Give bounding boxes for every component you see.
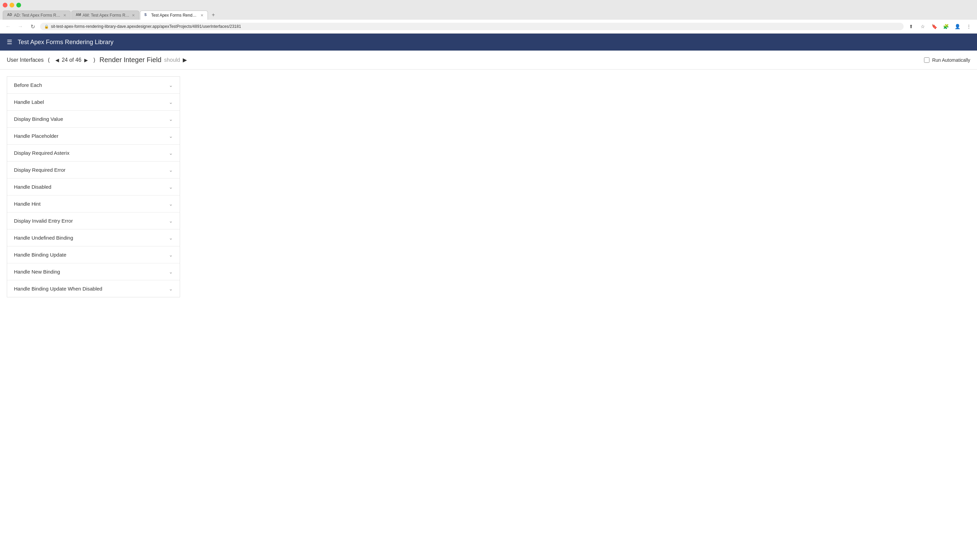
address-text: sit-test-apex-forms-rendering-library-da… <box>51 24 900 29</box>
test-item-label: Display Invalid Entry Error <box>14 218 73 224</box>
test-item-label: Handle Undefined Binding <box>14 235 73 241</box>
chevron-down-icon: ⌄ <box>169 269 173 275</box>
hamburger-menu[interactable]: ☰ <box>7 38 12 46</box>
tab-1-close[interactable]: ✕ <box>63 13 66 18</box>
back-button[interactable]: ← <box>3 22 13 31</box>
tab-3-favicon: S <box>144 13 149 18</box>
test-item-label: Display Required Error <box>14 167 65 173</box>
test-item[interactable]: Handle Binding Update ⌄ <box>7 247 180 263</box>
profile-icon[interactable]: 👤 <box>952 22 962 31</box>
tab-1-title: AD: Test Apex Forms Renderin... <box>14 13 61 18</box>
more-icon[interactable]: ⋮ <box>964 22 974 31</box>
test-item[interactable]: Display Required Asterix ⌄ <box>7 145 180 162</box>
forward-button[interactable]: → <box>16 22 25 31</box>
chevron-down-icon: ⌄ <box>169 201 173 207</box>
page-navigation: User Interfaces ( ◀ 24 of 46 ▶ ) Render … <box>7 56 187 64</box>
chevron-down-icon: ⌄ <box>169 82 173 88</box>
test-list: Before Each ⌄ Handle Label ⌄ Display Bin… <box>7 77 180 297</box>
run-automatically-container: Run Automatically <box>924 57 970 63</box>
test-item-label: Handle New Binding <box>14 269 60 275</box>
test-item[interactable]: Handle Label ⌄ <box>7 94 180 111</box>
run-button[interactable]: ▶ <box>183 57 187 63</box>
chevron-down-icon: ⌄ <box>169 218 173 224</box>
test-name: Render Integer Field <box>100 56 161 64</box>
new-tab-button[interactable]: + <box>209 10 218 20</box>
tab-1-favicon: AD <box>7 13 12 18</box>
browser-tab-3[interactable]: S Test Apex Forms Rendering Li... ✕ <box>140 10 208 20</box>
paren-close: ) <box>92 57 97 63</box>
chevron-down-icon: ⌄ <box>169 150 173 156</box>
tab-3-close[interactable]: ✕ <box>201 13 204 18</box>
traffic-light-maximize[interactable] <box>16 3 21 7</box>
test-item[interactable]: Before Each ⌄ <box>7 77 180 94</box>
extension-icon-2[interactable]: 🧩 <box>941 22 950 31</box>
test-item-label: Handle Binding Update When Disabled <box>14 286 102 292</box>
extension-icon-1[interactable]: 🔖 <box>929 22 939 31</box>
test-item[interactable]: Handle Disabled ⌄ <box>7 178 180 195</box>
tab-2-title: AM: Test Apex Forms Renderin... <box>82 13 130 18</box>
chevron-down-icon: ⌄ <box>169 286 173 292</box>
run-automatically-label: Run Automatically <box>932 57 970 63</box>
traffic-light-minimize[interactable] <box>10 3 14 7</box>
address-bar[interactable]: 🔒 sit-test-apex-forms-rendering-library-… <box>40 23 903 30</box>
test-item[interactable]: Display Binding Value ⌄ <box>7 111 180 128</box>
test-item-label: Display Binding Value <box>14 116 63 122</box>
chevron-down-icon: ⌄ <box>169 252 173 258</box>
test-item[interactable]: Handle Hint ⌄ <box>7 195 180 212</box>
traffic-light-close[interactable] <box>3 3 7 7</box>
paren-open: ( <box>46 57 51 63</box>
test-item[interactable]: Display Required Error ⌄ <box>7 162 180 178</box>
tab-2-favicon: AM <box>76 13 80 18</box>
test-item-label: Display Required Asterix <box>14 150 69 156</box>
app-title: Test Apex Forms Rendering Library <box>18 39 114 46</box>
test-item-label: Handle Binding Update <box>14 252 66 258</box>
first-page-button[interactable]: ◀ <box>54 57 60 63</box>
browser-tab-2[interactable]: AM AM: Test Apex Forms Renderin... ✕ <box>71 10 139 20</box>
tab-3-title: Test Apex Forms Rendering Li... <box>151 13 198 18</box>
tab-2-close[interactable]: ✕ <box>132 13 135 18</box>
chevron-down-icon: ⌄ <box>169 133 173 139</box>
share-icon[interactable]: ⬆ <box>906 22 916 31</box>
page-header: User Interfaces ( ◀ 24 of 46 ▶ ) Render … <box>0 50 977 70</box>
pager-count: 24 of 46 <box>62 57 82 63</box>
test-item-label: Handle Hint <box>14 201 40 207</box>
test-item-label: Handle Label <box>14 99 44 105</box>
test-item[interactable]: Handle Undefined Binding ⌄ <box>7 230 180 247</box>
last-page-button[interactable]: ▶ <box>83 57 89 63</box>
test-item-label: Before Each <box>14 82 42 88</box>
chevron-down-icon: ⌄ <box>169 235 173 241</box>
bookmark-icon[interactable]: ☆ <box>918 22 927 31</box>
test-item[interactable]: Display Invalid Entry Error ⌄ <box>7 212 180 230</box>
chevron-down-icon: ⌄ <box>169 117 173 122</box>
should-text: should <box>164 57 180 63</box>
breadcrumb: User Interfaces <box>7 57 43 63</box>
pager: ◀ 24 of 46 ▶ <box>54 57 89 63</box>
test-item[interactable]: Handle Binding Update When Disabled ⌄ <box>7 280 180 297</box>
test-item[interactable]: Handle New Binding ⌄ <box>7 263 180 280</box>
chevron-down-icon: ⌄ <box>169 167 173 173</box>
run-automatically-checkbox[interactable] <box>924 57 929 63</box>
test-item-label: Handle Placeholder <box>14 133 59 139</box>
lock-icon: 🔒 <box>44 25 49 29</box>
browser-tab-1[interactable]: AD AD: Test Apex Forms Renderin... ✕ <box>3 10 71 20</box>
reload-button[interactable]: ↻ <box>28 22 37 31</box>
test-item[interactable]: Handle Placeholder ⌄ <box>7 128 180 145</box>
test-item-label: Handle Disabled <box>14 184 51 190</box>
chevron-down-icon: ⌄ <box>169 100 173 105</box>
chevron-down-icon: ⌄ <box>169 184 173 190</box>
